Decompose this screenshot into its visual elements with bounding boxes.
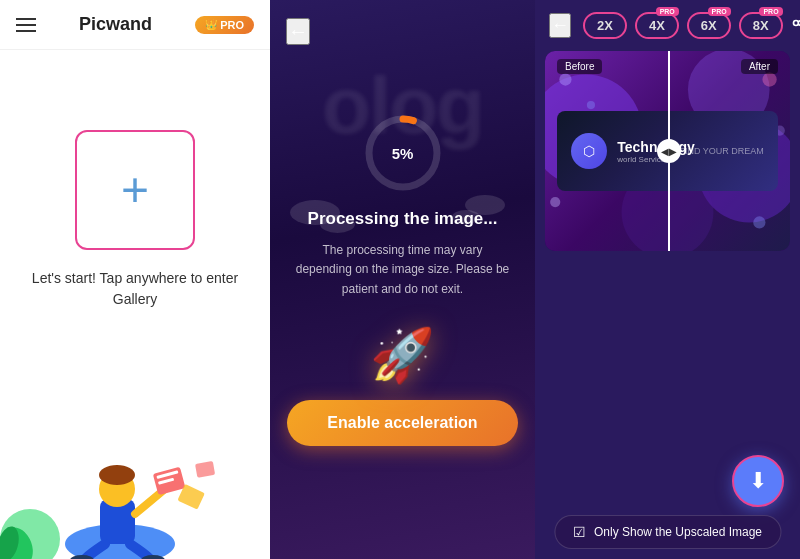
left-panel: Picwand 👑 PRO + Let's start! Tap anywher…	[0, 0, 270, 559]
progress-container: 5% Processing the image... The processin…	[270, 113, 535, 315]
right-panel: ← 2X PRO 4X PRO 6X PRO 8X	[535, 0, 800, 559]
before-label: Before	[557, 59, 602, 74]
comparison-divider[interactable]: ◀▶	[668, 51, 670, 251]
divider-handle[interactable]: ◀▶	[657, 139, 681, 163]
share-button[interactable]	[791, 13, 800, 38]
after-label: After	[741, 59, 778, 74]
scale-6x-button[interactable]: PRO 6X	[687, 12, 731, 39]
svg-point-31	[753, 216, 765, 228]
pro-tag-6x: PRO	[708, 7, 731, 16]
rocket-icon: 🚀	[370, 325, 435, 386]
upload-text: Let's start! Tap anywhere to enter Galle…	[0, 268, 270, 310]
right-toolbar: ← 2X PRO 4X PRO 6X PRO 8X	[535, 0, 800, 51]
svg-point-29	[762, 72, 776, 86]
processing-desc: The processing time may vary depending o…	[270, 241, 535, 299]
plus-icon: +	[121, 166, 149, 214]
upload-area[interactable]: +	[75, 130, 195, 250]
progress-text: 5%	[392, 145, 414, 162]
top-bar: Picwand 👑 PRO	[0, 0, 270, 50]
tech-logo: ⬡	[571, 133, 607, 169]
checkbox-icon: ☑	[573, 524, 586, 540]
comparison-image: ⬡ Technology world Services FIND YOUR DR…	[545, 51, 790, 251]
download-button[interactable]: ⬇	[732, 455, 784, 507]
svg-point-28	[550, 197, 560, 207]
before-after-container: ⬡ Technology world Services FIND YOUR DR…	[545, 51, 790, 251]
svg-rect-14	[195, 461, 215, 478]
middle-panel: ← olog 5% Processing the image... The pr…	[270, 0, 535, 559]
bottom-bar-text: Only Show the Upscaled Image	[594, 525, 762, 539]
processing-title: Processing the image...	[308, 209, 498, 229]
svg-point-26	[559, 73, 571, 85]
app-title: Picwand	[79, 14, 152, 35]
pro-badge: 👑 PRO	[195, 16, 254, 34]
menu-button[interactable]	[16, 18, 36, 32]
download-icon: ⬇	[749, 468, 767, 494]
pro-tag-4x: PRO	[656, 7, 679, 16]
enable-acceleration-button[interactable]: Enable acceleration	[287, 400, 517, 446]
progress-circle: 5%	[363, 113, 443, 193]
crown-icon: 👑	[205, 19, 217, 30]
bottom-bar[interactable]: ☑ Only Show the Upscaled Image	[554, 515, 781, 549]
scale-2x-button[interactable]: 2X	[583, 12, 627, 39]
tech-tagline: FIND YOUR DREAM	[679, 146, 763, 156]
svg-point-4	[99, 465, 135, 485]
illustration	[0, 399, 270, 559]
back-button[interactable]: ←	[286, 18, 310, 45]
svg-point-27	[587, 101, 595, 109]
scale-4x-button[interactable]: PRO 4X	[635, 12, 679, 39]
pro-tag-8x: PRO	[759, 7, 782, 16]
scale-8x-button[interactable]: PRO 8X	[739, 12, 783, 39]
toolbar-back-button[interactable]: ←	[549, 13, 571, 38]
